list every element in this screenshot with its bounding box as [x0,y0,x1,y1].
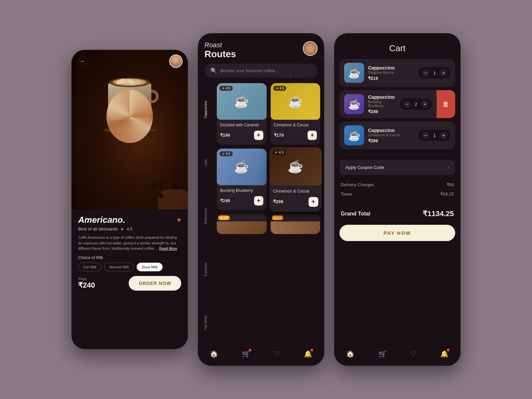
cart-nav-icon[interactable]: 🛒 [242,350,250,358]
category-latte[interactable]: Latte [198,136,213,190]
qty-increase-2[interactable]: + [421,100,429,108]
card-name-2: Cinnamon & Cocoa [271,122,321,128]
home-icon-3: 🏠 [346,350,354,358]
chevron-right-icon: › [448,164,449,170]
qty-increase-3[interactable]: + [440,132,447,139]
cart-item-info-1: Cappuccino Dalgona Macha ₹219 [368,65,415,81]
cart-item-image-3 [344,125,364,145]
card-image-cinnamon2: ★ 4.5 [269,147,322,186]
favorite-icon[interactable]: ♥ [177,216,181,224]
card-price-2: ₹179 [274,133,284,138]
notifications-nav-icon[interactable]: 🔔 [304,350,312,358]
favorites-nav-icon-3[interactable]: ♡ [410,350,416,358]
app-title: Roast Routes [204,41,236,60]
coffee-card-cinnamon: ★ 4.5 Cinnamon & Cocoa ₹179 + [271,83,321,145]
delete-button-2[interactable]: 🗑 [437,90,455,118]
coffee-description: Caffè Americano is a type of coffee drin… [78,235,181,251]
card-image-cinnamon: ★ 4.5 [271,83,321,120]
add-button-2[interactable]: + [308,131,317,140]
cart-header: Cart [334,33,461,59]
almond-milk-button[interactable]: Almond Milk [104,263,134,271]
pay-now-button[interactable]: PAY NOW [339,225,455,241]
qty-decrease-2[interactable]: − [403,100,411,108]
qty-control-2: − 2 + [400,98,432,110]
item-name-1: Cappuccino [368,65,415,70]
delivery-charge-row: Delivery Charges ₹49 [341,180,454,190]
oat-milk-button[interactable]: Oat Milk [78,263,101,271]
add-button-1[interactable]: + [254,131,263,140]
qty-decrease-3[interactable]: − [422,132,429,139]
category-americano[interactable]: Americano [198,190,213,243]
screens-container: ← Americano. ♥ Best of all stimulants ★ … [71,33,461,366]
app-header: Roast Routes [198,33,324,64]
cart-item-image-2 [344,94,364,114]
milk-selection: Choice of Milk Oat Milk Almond Milk Soya… [78,255,181,271]
taxes-row: Taxes ₹69.25 [341,190,454,199]
partial-card-img-6 [271,221,321,234]
qty-control-3: − 1 + [419,130,451,141]
item-price-1: ₹219 [368,76,415,81]
cart-item-1: Cappuccino Dalgona Macha ₹219 − 1 + [339,59,455,87]
card-bottom-2: ₹179 + [271,131,321,140]
taxes-label: Taxes [341,192,352,197]
cart-item-info-3: Cappuccino Cinnamon & Cocoa ₹299 [368,128,415,143]
grand-total-label: Grand Total [341,211,370,217]
add-button-4[interactable]: + [308,197,318,206]
milk-label: Choice of Milk [78,255,181,260]
rating-badge-2: ★ 4.5 [273,86,287,91]
grand-total-value: ₹1134.25 [423,209,454,218]
qty-decrease-1[interactable]: − [422,69,429,76]
items-grid: ★ 4.5 Drizzled with Caramel ₹199 + [217,83,320,234]
item-sub-2: Bursting Blueberry [368,100,396,108]
cart-nav-icon-3[interactable]: 🛒 [378,350,387,358]
item-sub-1: Dalgona Macha [368,70,415,74]
item-price-3: ₹299 [368,138,415,143]
stars-icon: ★ [120,227,124,231]
add-button-3[interactable]: + [254,196,263,205]
home-nav-icon-3[interactable]: 🏠 [346,350,354,358]
bottom-navigation-3: 🏠 🛒 ♡ 🔔 [334,344,461,366]
card-bottom-4: ₹299 + [269,197,322,206]
screen-americano: ← Americano. ♥ Best of all stimulants ★ … [71,50,188,349]
category-espresso[interactable]: Espresso [198,243,213,296]
card-name-1: Drizzled with Caramel [217,122,267,128]
coupon-section[interactable]: Apply Coupon Code › [339,160,455,175]
category-cappuccino[interactable]: Cappuccino [198,83,213,136]
category-flat-white[interactable]: Flat White [198,296,213,349]
taxes-value: ₹69.25 [440,192,454,197]
cart-item-3: Cappuccino Cinnamon & Cocoa ₹299 − 1 + [339,121,455,149]
card-image-blueberry: ★ 4.5 [217,149,267,185]
screen-cart: Cart Cappuccino Dalgona Macha ₹219 − 1 + [334,33,461,366]
app-name-routes: Routes [204,49,236,60]
rating-3: 4.5 [226,152,230,156]
star-5: ★ [220,216,223,219]
read-more-link[interactable]: Read More [159,246,177,250]
cart-icon-3: 🛒 [378,350,387,358]
rating-4: 4.5 [279,151,284,155]
rating-2: 4.5 [280,86,284,90]
star-icon-3: ★ [222,152,225,156]
rating-badge-5: ★ 4.5 [218,215,230,220]
favorites-nav-icon[interactable]: ♡ [274,350,280,358]
rating-badge-4: ★ 4.5 [272,150,286,155]
user-avatar-2 [303,41,318,56]
soya-milk-button[interactable]: Soya Milk [137,263,163,271]
charges-section: Delivery Charges ₹49 Taxes ₹69.25 [334,180,461,199]
cart-item-info-2: Cappuccino Bursting Blueberry ₹249 [368,94,396,114]
qty-control-1: − 1 + [419,67,451,78]
card-bottom-1: ₹199 + [217,131,267,140]
rating-badge-3: ★ 4.5 [219,151,233,156]
coupon-text: Apply Coupon Code [345,165,384,170]
cart-notification-dot [249,349,251,351]
bottom-navigation-2: 🏠 🛒 ♡ 🔔 [198,344,324,366]
card-name-4: Cinnamon & Cocoa [269,188,322,194]
coffee-card-5: ★ 4.5 [217,214,267,234]
home-nav-icon[interactable]: 🏠 [210,350,218,358]
notifications-nav-icon-3[interactable]: 🔔 [440,350,449,358]
coffee-card-cinnamon2: ★ 4.5 Cinnamon & Cocoa ₹299 + [269,147,322,211]
order-now-button[interactable]: ORDER NOW [129,276,181,291]
qty-increase-1[interactable]: + [440,69,447,76]
card-name-3: Bursting Blueberry [217,188,267,194]
rating-badge-6: ★ 4.5 [272,215,284,220]
back-button[interactable]: ← [77,55,89,67]
